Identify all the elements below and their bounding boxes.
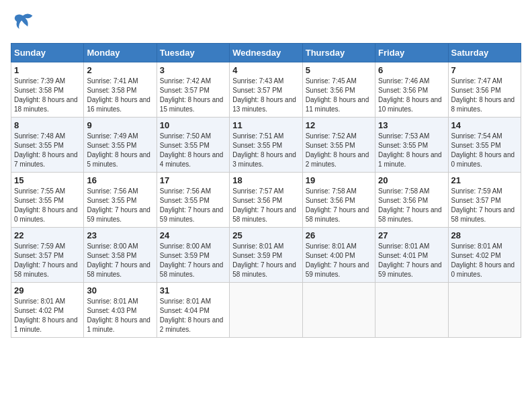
day-number: 28 [451, 230, 518, 240]
day-number: 1 [14, 65, 81, 75]
calendar-cell: 19Sunrise: 7:58 AMSunset: 3:56 PMDayligh… [302, 173, 375, 228]
day-info: Sunrise: 7:57 AMSunset: 3:56 PMDaylight:… [232, 187, 299, 224]
day-info: Sunrise: 7:58 AMSunset: 3:56 PMDaylight:… [378, 187, 445, 224]
logo-icon [11, 11, 35, 35]
calendar-cell: 26Sunrise: 8:01 AMSunset: 4:00 PMDayligh… [302, 228, 375, 283]
calendar-cell: 1Sunrise: 7:39 AMSunset: 3:58 PMDaylight… [11, 62, 84, 118]
day-number: 31 [160, 285, 226, 295]
day-info: Sunrise: 8:01 AMSunset: 4:04 PMDaylight:… [160, 297, 226, 334]
day-number: 8 [14, 120, 81, 130]
day-number: 23 [87, 230, 153, 240]
calendar-cell: 21Sunrise: 7:59 AMSunset: 3:57 PMDayligh… [448, 173, 521, 228]
day-info: Sunrise: 8:01 AMSunset: 4:02 PMDaylight:… [451, 242, 518, 279]
calendar-table: SundayMondayTuesdayWednesdayThursdayFrid… [11, 43, 521, 338]
page-header [11, 11, 521, 35]
day-number: 10 [160, 120, 226, 130]
day-number: 30 [87, 285, 153, 295]
calendar-cell: 5Sunrise: 7:45 AMSunset: 3:56 PMDaylight… [302, 62, 375, 118]
day-info: Sunrise: 7:53 AMSunset: 3:55 PMDaylight:… [378, 132, 445, 169]
calendar-week-1: 1Sunrise: 7:39 AMSunset: 3:58 PMDaylight… [11, 62, 521, 118]
calendar-cell: 22Sunrise: 7:59 AMSunset: 3:57 PMDayligh… [11, 228, 84, 283]
calendar-cell: 10Sunrise: 7:50 AMSunset: 3:55 PMDayligh… [157, 118, 229, 173]
calendar-cell [448, 283, 521, 338]
day-info: Sunrise: 7:48 AMSunset: 3:55 PMDaylight:… [14, 132, 81, 169]
col-header-saturday: Saturday [448, 44, 521, 62]
day-info: Sunrise: 8:01 AMSunset: 4:00 PMDaylight:… [306, 242, 372, 279]
calendar-cell: 8Sunrise: 7:48 AMSunset: 3:55 PMDaylight… [11, 118, 84, 173]
calendar-cell: 23Sunrise: 8:00 AMSunset: 3:58 PMDayligh… [84, 228, 157, 283]
day-number: 12 [306, 120, 372, 130]
day-info: Sunrise: 7:46 AMSunset: 3:56 PMDaylight:… [378, 77, 445, 114]
calendar-week-3: 15Sunrise: 7:55 AMSunset: 3:55 PMDayligh… [11, 173, 521, 228]
calendar-cell [230, 283, 302, 338]
col-header-sunday: Sunday [11, 44, 84, 62]
calendar-cell: 25Sunrise: 8:01 AMSunset: 3:59 PMDayligh… [230, 228, 302, 283]
day-info: Sunrise: 8:01 AMSunset: 4:01 PMDaylight:… [378, 242, 445, 279]
calendar-cell: 3Sunrise: 7:42 AMSunset: 3:57 PMDaylight… [157, 62, 229, 118]
day-number: 29 [14, 285, 81, 295]
day-info: Sunrise: 7:50 AMSunset: 3:55 PMDaylight:… [160, 132, 226, 169]
calendar-cell: 14Sunrise: 7:54 AMSunset: 3:55 PMDayligh… [448, 118, 521, 173]
calendar-header-row: SundayMondayTuesdayWednesdayThursdayFrid… [11, 44, 521, 62]
day-number: 7 [451, 65, 518, 75]
day-number: 9 [87, 120, 153, 130]
day-info: Sunrise: 7:41 AMSunset: 3:58 PMDaylight:… [87, 77, 153, 114]
day-number: 16 [87, 175, 153, 185]
day-number: 6 [378, 65, 445, 75]
calendar-cell: 7Sunrise: 7:47 AMSunset: 3:56 PMDaylight… [448, 62, 521, 118]
day-info: Sunrise: 7:54 AMSunset: 3:55 PMDaylight:… [451, 132, 518, 169]
day-number: 22 [14, 230, 81, 240]
day-info: Sunrise: 7:56 AMSunset: 3:55 PMDaylight:… [87, 187, 153, 224]
day-number: 17 [160, 175, 226, 185]
calendar-cell: 18Sunrise: 7:57 AMSunset: 3:56 PMDayligh… [230, 173, 302, 228]
day-info: Sunrise: 7:51 AMSunset: 3:55 PMDaylight:… [232, 132, 299, 169]
logo [11, 11, 38, 35]
day-info: Sunrise: 7:42 AMSunset: 3:57 PMDaylight:… [160, 77, 226, 114]
calendar-cell: 20Sunrise: 7:58 AMSunset: 3:56 PMDayligh… [375, 173, 448, 228]
calendar-cell [375, 283, 448, 338]
day-info: Sunrise: 7:43 AMSunset: 3:57 PMDaylight:… [232, 77, 299, 114]
day-info: Sunrise: 7:45 AMSunset: 3:56 PMDaylight:… [306, 77, 372, 114]
day-number: 24 [160, 230, 226, 240]
calendar-cell [302, 283, 375, 338]
calendar-week-4: 22Sunrise: 7:59 AMSunset: 3:57 PMDayligh… [11, 228, 521, 283]
day-number: 27 [378, 230, 445, 240]
calendar-cell: 28Sunrise: 8:01 AMSunset: 4:02 PMDayligh… [448, 228, 521, 283]
day-info: Sunrise: 8:01 AMSunset: 4:03 PMDaylight:… [87, 297, 153, 334]
calendar-week-2: 8Sunrise: 7:48 AMSunset: 3:55 PMDaylight… [11, 118, 521, 173]
day-number: 2 [87, 65, 153, 75]
day-info: Sunrise: 7:56 AMSunset: 3:55 PMDaylight:… [160, 187, 226, 224]
calendar-cell: 9Sunrise: 7:49 AMSunset: 3:55 PMDaylight… [84, 118, 157, 173]
calendar-cell: 2Sunrise: 7:41 AMSunset: 3:58 PMDaylight… [84, 62, 157, 118]
calendar-cell: 11Sunrise: 7:51 AMSunset: 3:55 PMDayligh… [230, 118, 302, 173]
calendar-cell: 6Sunrise: 7:46 AMSunset: 3:56 PMDaylight… [375, 62, 448, 118]
day-info: Sunrise: 8:00 AMSunset: 3:58 PMDaylight:… [87, 242, 153, 279]
day-info: Sunrise: 7:58 AMSunset: 3:56 PMDaylight:… [306, 187, 372, 224]
day-number: 26 [306, 230, 372, 240]
day-number: 4 [232, 65, 299, 75]
day-info: Sunrise: 7:49 AMSunset: 3:55 PMDaylight:… [87, 132, 153, 169]
day-info: Sunrise: 7:59 AMSunset: 3:57 PMDaylight:… [14, 242, 81, 279]
calendar-cell: 16Sunrise: 7:56 AMSunset: 3:55 PMDayligh… [84, 173, 157, 228]
day-number: 25 [232, 230, 299, 240]
day-info: Sunrise: 8:01 AMSunset: 3:59 PMDaylight:… [232, 242, 299, 279]
col-header-monday: Monday [84, 44, 157, 62]
calendar-cell: 4Sunrise: 7:43 AMSunset: 3:57 PMDaylight… [230, 62, 302, 118]
day-number: 5 [306, 65, 372, 75]
day-info: Sunrise: 7:59 AMSunset: 3:57 PMDaylight:… [451, 187, 518, 224]
calendar-cell: 31Sunrise: 8:01 AMSunset: 4:04 PMDayligh… [157, 283, 229, 338]
day-number: 20 [378, 175, 445, 185]
day-info: Sunrise: 8:01 AMSunset: 4:02 PMDaylight:… [14, 297, 81, 334]
day-number: 13 [378, 120, 445, 130]
calendar-cell: 17Sunrise: 7:56 AMSunset: 3:55 PMDayligh… [157, 173, 229, 228]
calendar-cell: 15Sunrise: 7:55 AMSunset: 3:55 PMDayligh… [11, 173, 84, 228]
day-info: Sunrise: 7:55 AMSunset: 3:55 PMDaylight:… [14, 187, 81, 224]
col-header-friday: Friday [375, 44, 448, 62]
day-number: 14 [451, 120, 518, 130]
calendar-body: 1Sunrise: 7:39 AMSunset: 3:58 PMDaylight… [11, 62, 521, 338]
col-header-wednesday: Wednesday [230, 44, 302, 62]
calendar-cell: 24Sunrise: 8:00 AMSunset: 3:59 PMDayligh… [157, 228, 229, 283]
day-number: 15 [14, 175, 81, 185]
day-number: 3 [160, 65, 226, 75]
day-info: Sunrise: 7:39 AMSunset: 3:58 PMDaylight:… [14, 77, 81, 114]
